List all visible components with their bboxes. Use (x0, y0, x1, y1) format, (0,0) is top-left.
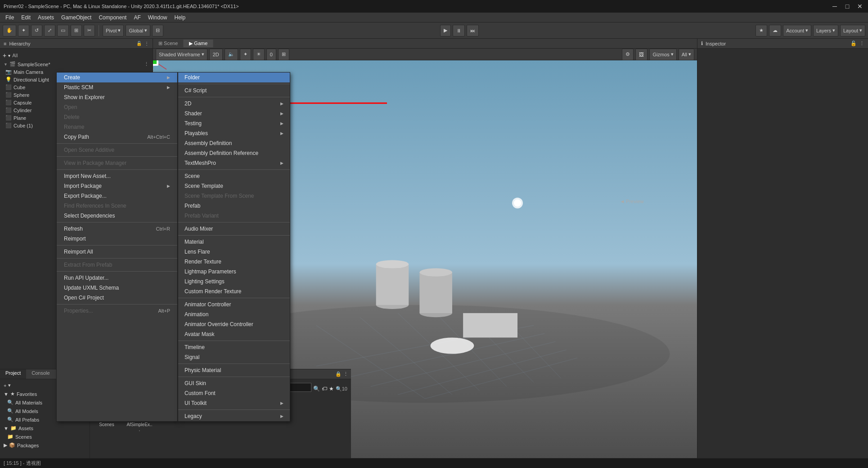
sub-cm-lens-flare[interactable]: Lens Flare (178, 247, 290, 257)
sub-cm-custom-font[interactable]: Custom Font (178, 388, 290, 398)
cm-open[interactable]: Open (57, 102, 177, 112)
assets-header[interactable]: ▼ 📁 Assets (0, 424, 90, 432)
sub-cm-animator-controller[interactable]: Animator Controller (178, 300, 290, 309)
inspector-lock[interactable]: 🔓 (850, 41, 857, 46)
cm-select-deps[interactable]: Select Dependencies (57, 211, 177, 221)
hidden-count[interactable]: 0 (266, 49, 276, 60)
mipmap-btn[interactable]: 🖼 (635, 49, 648, 60)
sub-cm-animation[interactable]: Animation (178, 309, 290, 319)
menu-gameobject[interactable]: GameObject (58, 14, 95, 22)
sub-cm-custom-render-texture[interactable]: Custom Render Texture (178, 286, 290, 296)
cm-reimport[interactable]: Reimport (57, 234, 177, 244)
proj-search-icon[interactable]: 🔍 (313, 386, 320, 392)
bottom-lock-icon[interactable]: 🔒 (335, 371, 342, 377)
sub-cm-shader[interactable]: Shader (178, 109, 290, 118)
menu-window[interactable]: Window (144, 14, 171, 22)
scene-menu[interactable]: ⋮ (144, 61, 149, 67)
pause-button[interactable]: ⏸ (453, 25, 465, 36)
bottom-menu-icon[interactable]: ⋮ (343, 371, 348, 377)
gizmos-dropdown[interactable]: Gizmos ▾ (649, 49, 676, 60)
cm-properties[interactable]: Properties... Alt+P (57, 306, 177, 316)
sub-cm-playables[interactable]: Playables (178, 128, 290, 138)
sub-cm-textmeshpro[interactable]: TextMeshPro (178, 158, 290, 168)
sub-cm-ui-toolkit[interactable]: UI Toolkit (178, 398, 290, 408)
sub-cm-animator-override[interactable]: Animator Override Controller (178, 319, 290, 329)
sub-cm-avatar-mask[interactable]: Avatar Mask (178, 329, 290, 339)
sub-cm-folder[interactable]: Folder (178, 73, 290, 82)
sub-cm-gui-skin[interactable]: GUI Skin (178, 378, 290, 388)
tool-custom[interactable]: ✂ (84, 25, 95, 36)
cm-copy-path[interactable]: Copy Path Alt+Ctrl+C (57, 132, 177, 142)
menu-file[interactable]: File (2, 14, 18, 22)
sub-cm-signal[interactable]: Signal (178, 352, 290, 362)
proj-star-icon[interactable]: ★ (329, 386, 334, 392)
scene-tab-game[interactable]: ▶ Game (184, 40, 213, 47)
effects-button[interactable]: ✦ (240, 49, 251, 60)
bottom-tab-project[interactable]: Project (0, 369, 26, 379)
cm-run-api-updater[interactable]: Run API Updater... (57, 273, 177, 283)
sub-cm-prefab[interactable]: Prefab (178, 201, 290, 211)
sub-cm-assembly-def-ref[interactable]: Assembly Definition Reference (178, 148, 290, 158)
tool-transform[interactable]: ⊞ (71, 25, 82, 36)
cm-plastic-scm[interactable]: Plastic SCM (57, 82, 177, 92)
cm-open-csharp[interactable]: Open C# Project (57, 293, 177, 303)
pivot-dropdown[interactable]: Pivot ▾ (103, 25, 124, 36)
cm-rename[interactable]: Rename (57, 122, 177, 132)
two-d-button[interactable]: 2D (209, 49, 223, 60)
all-dropdown[interactable]: All ▾ (679, 49, 694, 60)
sub-cm-2d[interactable]: 2D (178, 99, 290, 109)
tool-rotate[interactable]: ↺ (31, 25, 42, 36)
proj-filter-icon[interactable]: 🏷 (322, 386, 327, 392)
minimize-button[interactable]: ─ (830, 2, 839, 11)
cm-delete[interactable]: Delete (57, 112, 177, 122)
menu-assets[interactable]: Assets (34, 14, 58, 22)
menu-edit[interactable]: Edit (18, 14, 34, 22)
sub-cm-timeline[interactable]: Timeline (178, 342, 290, 352)
cm-show-in-explorer[interactable]: Show in Explorer (57, 92, 177, 102)
sub-cm-csharp[interactable]: C# Script (178, 86, 290, 95)
grid-button[interactable]: ⊞ (278, 49, 289, 60)
shading-mode-dropdown[interactable]: Shaded Wireframe ▾ (156, 49, 207, 60)
cm-reimport-all[interactable]: Reimport All (57, 247, 177, 257)
cm-open-scene-additive[interactable]: Open Scene Additive (57, 145, 177, 155)
tool-rect[interactable]: ▭ (57, 25, 69, 36)
scene-tab-scene[interactable]: ⊞ Scene (153, 40, 184, 47)
account-dropdown[interactable]: Account ▾ (783, 25, 811, 36)
tool-scale[interactable]: ⤢ (44, 25, 55, 36)
sub-cm-audio-mixer[interactable]: Audio Mixer (178, 224, 290, 234)
global-dropdown[interactable]: Global ▾ (126, 25, 150, 36)
cm-refresh[interactable]: Refresh Ctrl+R (57, 224, 177, 234)
hierarchy-menu[interactable]: ⋮ (144, 41, 149, 46)
cm-extract-from-prefab[interactable]: Extract From Prefab (57, 260, 177, 270)
sub-cm-physic-material[interactable]: Physic Material (178, 365, 290, 375)
sub-cm-lighting-settings[interactable]: Lighting Settings (178, 277, 290, 286)
cm-create[interactable]: Create (57, 73, 177, 82)
scene-root[interactable]: ▼ 🎬 SampleScene* ⋮ (0, 60, 153, 68)
close-button[interactable]: ✕ (855, 2, 864, 11)
sub-cm-prefab-variant[interactable]: Prefab Variant (178, 211, 290, 221)
bottom-tab-console[interactable]: Console (26, 369, 55, 379)
sub-cm-material[interactable]: Material (178, 237, 290, 247)
sub-cm-lightmap-params[interactable]: Lightmap Parameters (178, 267, 290, 277)
play-button[interactable]: ▶ (440, 25, 451, 36)
cm-update-uxml[interactable]: Update UXML Schema (57, 283, 177, 293)
cm-import-package[interactable]: Import Package (57, 181, 177, 191)
maximize-button[interactable]: □ (843, 2, 852, 11)
layout-dropdown[interactable]: Layout ▾ (840, 25, 865, 36)
scene-lighting-button[interactable]: ☀ (253, 49, 265, 60)
tool-extra[interactable]: ⊟ (152, 25, 163, 36)
tool-hand[interactable]: ✋ (3, 25, 16, 36)
menu-help[interactable]: Help (171, 14, 189, 22)
inspector-menu[interactable]: ⋮ (859, 41, 864, 46)
layers-dropdown[interactable]: Layers ▾ (813, 25, 838, 36)
menu-component[interactable]: Component (95, 14, 130, 22)
sub-cm-scene[interactable]: Scene (178, 171, 290, 181)
audio-button[interactable]: 🔈 (225, 49, 238, 60)
sub-cm-assembly-def[interactable]: Assembly Definition (178, 138, 290, 148)
tool-move[interactable]: ✦ (18, 25, 29, 36)
sub-cm-testing[interactable]: Testing (178, 118, 290, 128)
cloud-button[interactable]: ☁ (769, 25, 781, 36)
render-path-btn[interactable]: ⚙ (622, 49, 634, 60)
add-hierarchy-button[interactable]: + (3, 52, 6, 59)
hierarchy-lock[interactable]: 🔓 (136, 41, 142, 46)
